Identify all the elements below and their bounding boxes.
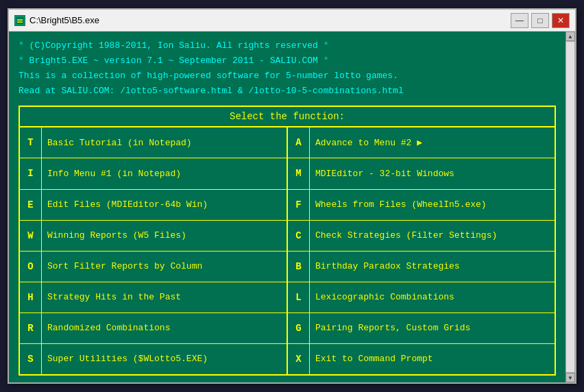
scroll-track[interactable] — [565, 41, 575, 373]
header-line1: ° (C)Copyright 1988-2011, Ion Saliu. All… — [19, 38, 565, 53]
menu-label-right-1: MDIEditor - 32-bit Windows — [310, 167, 460, 180]
main-window: C:\Bright5\B5.exe — □ ✕ ° (C)Copyright 1… — [8, 8, 576, 384]
menu-label-left-3: Winning Reports (W5 Files) — [42, 229, 192, 242]
menu-key-left-0: T — [20, 127, 42, 158]
menu-key-right-2: F — [288, 190, 310, 220]
menu-right-1[interactable]: MMDIEditor - 32-bit Windows — [288, 158, 555, 188]
menu-key-right-6: G — [288, 313, 310, 343]
window-icon — [14, 15, 25, 26]
menu-right-0[interactable]: AAdvance to Menu #2 ▶ — [288, 127, 555, 158]
menu-label-left-6: Randomized Combinations — [42, 321, 175, 334]
menu-label-left-4: Sort Filter Reports by Column — [42, 260, 208, 273]
menu-key-left-7: S — [20, 344, 42, 374]
svg-rect-3 — [17, 22, 23, 23]
menu-left-1[interactable]: IInfo Menu #1 (in Notepad) — [20, 158, 288, 188]
header-line4: Read at SALIU.COM: /lotto5-software.html… — [19, 84, 565, 99]
menu-right-4[interactable]: BBirthday Paradox Strategies — [288, 252, 555, 282]
menu-key-right-5: L — [288, 282, 310, 313]
menu-label-right-5: Lexicographic Combinations — [310, 291, 460, 304]
svg-rect-1 — [17, 19, 23, 20]
maximize-button[interactable]: □ — [531, 13, 549, 28]
svg-rect-2 — [17, 21, 23, 21]
menu-label-right-6: Pairing Reports, Custom Grids — [310, 321, 476, 334]
menu-row: HStrategy Hits in the PastLLexicographic… — [20, 282, 555, 313]
title-bar: C:\Bright5\B5.exe — □ ✕ — [9, 10, 575, 32]
menu-right-7[interactable]: XExit to Command Prompt — [288, 344, 555, 374]
menu-container: Select the function: TBasic Tutorial (in… — [19, 106, 556, 376]
header-line2: ° Bright5.EXE ~ version 7.1 ~ September … — [19, 53, 565, 69]
menu-key-left-5: H — [20, 282, 42, 313]
menu-right-6[interactable]: GPairing Reports, Custom Grids — [288, 313, 555, 343]
menu-row: RRandomized CombinationsGPairing Reports… — [20, 313, 555, 344]
window-controls: — □ ✕ — [511, 13, 570, 28]
scroll-down-arrow[interactable]: ▼ — [565, 373, 575, 382]
menu-row: TBasic Tutorial (in Notepad)AAdvance to … — [20, 127, 555, 158]
window-title: C:\Bright5\B5.exe — [29, 15, 511, 25]
menu-key-left-4: O — [20, 252, 42, 282]
menu-key-left-3: W — [20, 221, 42, 251]
menu-key-left-2: E — [20, 190, 42, 220]
header-text: ° (C)Copyright 1988-2011, Ion Saliu. All… — [19, 38, 565, 99]
menu-label-left-0: Basic Tutorial (in Notepad) — [42, 136, 197, 149]
menu-left-6[interactable]: RRandomized Combinations — [20, 313, 288, 343]
close-button[interactable]: ✕ — [552, 13, 570, 28]
menu-row: OSort Filter Reports by ColumnBBirthday … — [20, 252, 555, 282]
menu-left-2[interactable]: EEdit Files (MDIEditor-64b Win) — [20, 190, 288, 220]
menu-key-right-4: B — [288, 252, 310, 282]
menu-left-3[interactable]: WWinning Reports (W5 Files) — [20, 221, 288, 251]
scroll-up-arrow[interactable]: ▲ — [565, 32, 575, 41]
menu-key-right-1: M — [288, 158, 310, 188]
menu-label-left-2: Edit Files (MDIEditor-64b Win) — [42, 198, 213, 211]
menu-left-5[interactable]: HStrategy Hits in the Past — [20, 282, 288, 313]
menu-left-0[interactable]: TBasic Tutorial (in Notepad) — [20, 127, 288, 158]
menu-rows: TBasic Tutorial (in Notepad)AAdvance to … — [20, 127, 555, 374]
menu-label-left-7: Super Utilities ($WLotto5.EXE) — [42, 352, 213, 365]
terminal-content: ° (C)Copyright 1988-2011, Ion Saliu. All… — [9, 32, 575, 382]
menu-row: EEdit Files (MDIEditor-64b Win)FWheels f… — [20, 190, 555, 221]
menu-row: WWinning Reports (W5 Files)CCheck Strate… — [20, 221, 555, 252]
menu-key-left-6: R — [20, 313, 42, 343]
menu-right-3[interactable]: CCheck Strategies (Filter Settings) — [288, 221, 555, 251]
menu-left-7[interactable]: SSuper Utilities ($WLotto5.EXE) — [20, 344, 288, 374]
menu-row: SSuper Utilities ($WLotto5.EXE)XExit to … — [20, 344, 555, 374]
menu-label-right-4: Birthday Paradox Strategies — [310, 260, 465, 273]
scrollbar[interactable]: ▲ ▼ — [565, 32, 575, 382]
menu-right-2[interactable]: FWheels from Files (WheelIn5.exe) — [288, 190, 555, 220]
menu-key-right-7: X — [288, 344, 310, 374]
menu-key-right-0: A — [288, 127, 310, 158]
menu-key-left-1: I — [20, 158, 42, 188]
menu-label-right-2: Wheels from Files (WheelIn5.exe) — [310, 198, 492, 211]
menu-label-right-3: Check Strategies (Filter Settings) — [310, 229, 502, 242]
menu-row: IInfo Menu #1 (in Notepad)MMDIEditor - 3… — [20, 158, 555, 189]
menu-label-right-0: Advance to Menu #2 ▶ — [310, 136, 428, 149]
menu-right-5[interactable]: LLexicographic Combinations — [288, 282, 555, 313]
menu-label-left-5: Strategy Hits in the Past — [42, 291, 186, 304]
menu-key-right-3: C — [288, 221, 310, 251]
menu-title: Select the function: — [20, 107, 555, 127]
header-line3: This is a collection of high-powered sof… — [19, 69, 565, 84]
minimize-button[interactable]: — — [511, 13, 528, 28]
menu-label-left-1: Info Menu #1 (in Notepad) — [42, 167, 186, 180]
menu-label-right-7: Exit to Command Prompt — [310, 352, 439, 365]
menu-left-4[interactable]: OSort Filter Reports by Column — [20, 252, 288, 282]
